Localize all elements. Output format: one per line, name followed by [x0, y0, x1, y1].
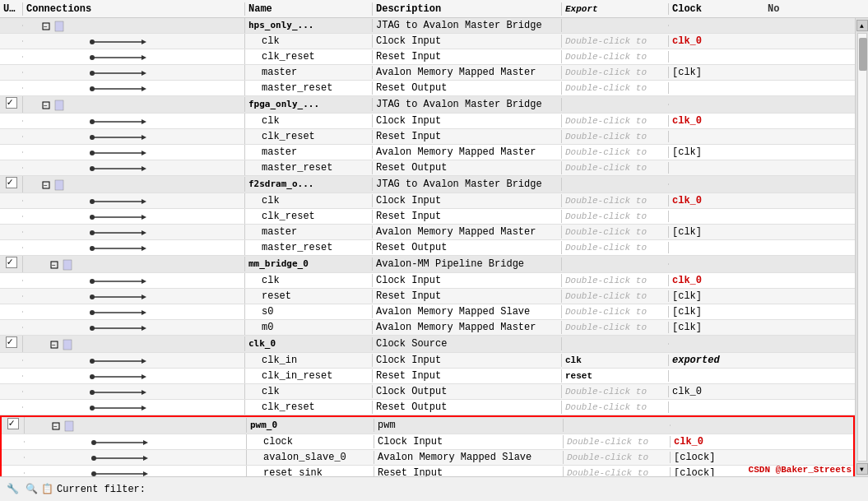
checkbox-checked[interactable] — [7, 418, 19, 429]
checkbox-checked[interactable] — [6, 257, 17, 268]
cell-export: Double-click to — [562, 322, 669, 333]
cell-export: Double-click to — [562, 211, 669, 222]
table-row: avalon_slave_0Avalon Memory Mapped Slave… — [2, 450, 853, 466]
cell-use[interactable] — [2, 417, 25, 434]
bottom-bar: 🔧 🔍 📋 Current filter: — [0, 476, 868, 501]
svg-marker-82 — [143, 456, 148, 461]
cell-use[interactable] — [0, 336, 23, 352]
cell-name: clk_reset — [245, 130, 373, 143]
cell-name: master — [245, 225, 373, 239]
svg-marker-58 — [142, 326, 146, 331]
connection-lines — [26, 50, 244, 64]
connection-lines — [26, 401, 244, 415]
scroll-track[interactable] — [857, 33, 867, 462]
svg-marker-28 — [142, 166, 146, 171]
table-row: masterAvalon Memory Mapped MasterDouble-… — [0, 145, 855, 160]
cell-use — [0, 151, 23, 153]
table-row: clk_resetReset InputDouble-click to — [0, 209, 855, 225]
svg-marker-85 — [143, 471, 148, 476]
svg-text:−: − — [53, 423, 58, 430]
svg-point-68 — [90, 374, 95, 379]
svg-marker-10 — [142, 71, 146, 76]
svg-marker-79 — [143, 440, 148, 445]
scroll-thumb[interactable] — [859, 38, 867, 71]
connection-lines — [26, 146, 244, 160]
cell-description: Avalon Memory Mapped Master — [373, 146, 562, 159]
svg-point-8 — [90, 55, 95, 60]
cell-clock — [669, 216, 768, 217]
cell-name: reset_sink — [247, 466, 374, 476]
connection-lines — [26, 290, 244, 304]
cell-export: Double-click to — [564, 452, 671, 463]
cell-connections — [25, 434, 247, 449]
connection-lines — [26, 225, 244, 239]
svg-marker-25 — [142, 151, 146, 155]
svg-rect-2 — [55, 21, 63, 31]
cell-clock — [669, 263, 768, 265]
cell-name: clk — [245, 35, 373, 48]
cell-use[interactable] — [0, 96, 23, 113]
svg-marker-64 — [142, 359, 146, 364]
svg-marker-43 — [142, 246, 146, 251]
main-container: Use Connections Name Description Export … — [0, 0, 868, 501]
cell-name: clk — [245, 114, 373, 128]
cell-clock — [669, 104, 768, 105]
svg-rect-32 — [55, 180, 63, 190]
checkbox-checked[interactable] — [6, 97, 17, 109]
connection-lines — [26, 241, 244, 255]
cell-use — [0, 40, 23, 42]
svg-marker-52 — [142, 295, 146, 299]
cell-export[interactable]: clk — [562, 355, 669, 366]
cell-clock: [clk] — [669, 305, 768, 318]
cell-description: JTAG to Avalon Master Bridge — [373, 19, 562, 32]
cell-export[interactable]: reset — [562, 370, 669, 382]
cell-clock — [669, 25, 768, 26]
scroll-up-button[interactable]: ▲ — [856, 20, 868, 31]
cell-use[interactable] — [0, 176, 23, 193]
cell-name: mm_bridge_0 — [245, 257, 373, 271]
checkbox-checked[interactable] — [6, 177, 17, 188]
cell-clock — [669, 56, 768, 58]
svg-point-65 — [90, 359, 95, 364]
cell-use — [0, 167, 23, 169]
cell-connections — [23, 320, 245, 335]
header-use: Use — [0, 2, 23, 16]
svg-marker-49 — [142, 279, 146, 284]
cell-use[interactable] — [0, 256, 23, 272]
cell-clock: clk_0 — [669, 274, 768, 287]
connection-lines — [26, 369, 244, 383]
vertical-scrollbar[interactable]: ▲ ▼ — [855, 18, 868, 476]
cell-description: Reset Input — [373, 50, 562, 63]
svg-point-35 — [90, 199, 95, 204]
table-row: clkClock InputDouble-click toclk_0 — [0, 34, 855, 49]
cell-connections: − — [25, 418, 247, 433]
cell-export — [562, 104, 669, 105]
cell-clock — [669, 183, 768, 185]
cell-connections — [23, 304, 245, 319]
table-row: clkClock OutputDouble-click toclk_0 — [0, 384, 855, 400]
connection-lines — [26, 81, 244, 95]
header-name: Name — [245, 2, 373, 16]
cell-export — [562, 183, 669, 185]
cell-export: Double-click to — [562, 146, 669, 158]
cell-description: Avalon Memory Mapped Slave — [374, 451, 564, 464]
cell-name: master_reset — [245, 241, 373, 254]
svg-rect-62 — [63, 340, 72, 350]
connection-lines — [26, 305, 244, 319]
cell-description: Reset Input — [373, 130, 562, 143]
svg-point-41 — [90, 230, 95, 235]
cell-clock — [669, 343, 768, 345]
cell-clock — [669, 375, 768, 377]
checkbox-checked[interactable] — [6, 336, 17, 348]
cell-name: clk_0 — [245, 337, 373, 350]
svg-marker-22 — [142, 135, 146, 140]
cell-name: hps_only_... — [245, 19, 373, 32]
cell-use — [0, 72, 23, 73]
scroll-down-button[interactable]: ▼ — [856, 463, 868, 475]
cell-export — [562, 343, 669, 345]
cell-connections: − — [23, 18, 245, 33]
table-header: Use Connections Name Description Export … — [0, 0, 868, 18]
table-wrapper: −hps_only_...JTAG to Avalon Master Bridg… — [0, 18, 868, 476]
connection-lines — [26, 114, 244, 128]
connection-lines — [26, 354, 244, 368]
